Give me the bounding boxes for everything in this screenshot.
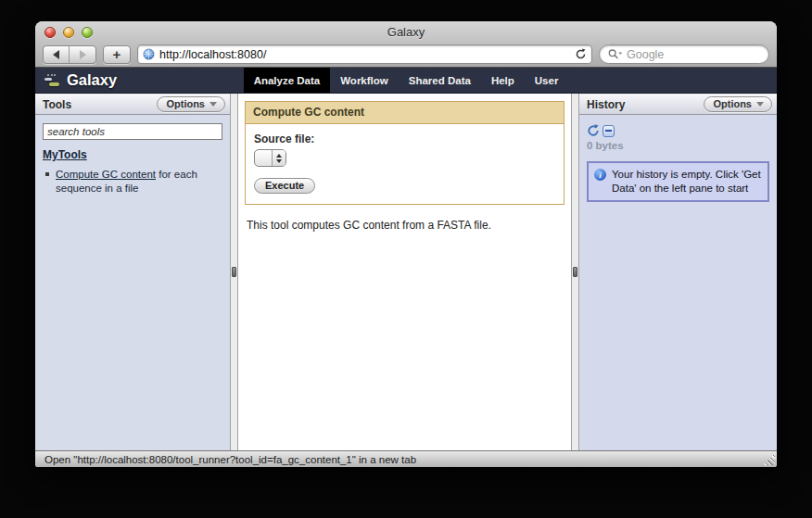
minimize-window-button[interactable] <box>63 27 74 38</box>
tool-item-text: Compute GC content for each sequence in … <box>56 168 215 196</box>
window-title: Galaxy <box>35 21 777 44</box>
tool-form-body: Source file: Execute <box>246 124 564 204</box>
google-search-field[interactable] <box>599 44 769 64</box>
source-file-label: Source file: <box>254 133 555 145</box>
resize-grip-icon[interactable] <box>763 453 775 465</box>
browser-window: Galaxy + <box>35 21 777 467</box>
bullet-icon <box>45 172 49 176</box>
tool-link-compute-gc-content[interactable]: Compute GC content <box>56 169 156 180</box>
right-panel-resize-handle[interactable] <box>571 94 579 450</box>
chevron-down-icon <box>756 102 764 107</box>
back-button[interactable] <box>44 46 70 63</box>
galaxy-brand-label: Galaxy <box>67 71 117 89</box>
tool-section-mytools[interactable]: MyTools <box>43 148 222 161</box>
close-window-button[interactable] <box>44 27 56 38</box>
tools-panel-title: Tools <box>43 98 71 111</box>
site-favicon-globe-icon <box>143 48 155 60</box>
window-titlebar[interactable]: Galaxy <box>35 21 777 44</box>
window-chrome: Galaxy + <box>35 21 777 68</box>
forward-button[interactable] <box>70 46 95 63</box>
drag-grip-icon <box>232 267 236 277</box>
zoom-window-button[interactable] <box>82 27 93 38</box>
nav-workflow[interactable]: Workflow <box>330 68 399 93</box>
left-panel-resize-handle[interactable] <box>230 94 238 450</box>
refresh-history-icon[interactable] <box>587 124 600 137</box>
google-search-input[interactable] <box>627 48 776 61</box>
back-forward-control <box>43 45 96 64</box>
nav-user[interactable]: User <box>525 68 569 93</box>
tool-help-text: This tool computes GC content from a FAS… <box>247 219 563 232</box>
new-tab-button[interactable]: + <box>103 45 131 64</box>
history-panel-body: 0 bytes i Your history is empty. Click '… <box>579 115 777 450</box>
tool-form: Compute GC content Source file: Execute <box>245 101 565 205</box>
nav-help[interactable]: Help <box>481 68 525 93</box>
nav-analyze-data[interactable]: Analyze Data <box>244 68 331 93</box>
source-file-select[interactable] <box>254 149 286 167</box>
info-icon: i <box>594 169 606 181</box>
tools-options-label: Options <box>166 98 205 109</box>
desktop-background: Galaxy + <box>0 0 812 518</box>
galaxy-masthead: Galaxy Analyze Data Workflow Shared Data… <box>35 68 777 94</box>
search-magnifier-icon[interactable] <box>607 48 623 60</box>
tool-search-input[interactable] <box>43 123 222 140</box>
address-bar[interactable] <box>137 44 592 64</box>
status-text: Open "http://localhost:8080/tool_runner?… <box>44 454 416 465</box>
drag-grip-icon <box>573 267 577 277</box>
back-arrow-icon <box>53 50 59 59</box>
tool-form-title: Compute GC content <box>246 102 564 124</box>
history-options-label: Options <box>713 98 752 109</box>
chevron-down-icon <box>209 102 217 107</box>
masthead-nav: Analyze Data Workflow Shared Data Help U… <box>244 68 569 93</box>
tools-panel-body: MyTools Compute GC content for each sequ… <box>35 115 230 450</box>
main-content: Tools Options MyTools Compute GC content… <box>35 94 777 450</box>
nav-shared-data[interactable]: Shared Data <box>399 68 481 93</box>
history-panel: History Options <box>579 94 777 450</box>
galaxy-logo-icon <box>44 73 61 87</box>
tool-list-item: Compute GC content for each sequence in … <box>43 168 222 196</box>
reload-icon[interactable] <box>575 48 587 60</box>
empty-history-message: Your history is empty. Click 'Get Data' … <box>612 168 762 196</box>
url-input[interactable] <box>159 48 570 61</box>
tools-panel-header: Tools Options <box>35 94 230 115</box>
history-size: 0 bytes <box>587 140 769 151</box>
select-stepper-icon <box>272 150 285 166</box>
status-bar: Open "http://localhost:8080/tool_runner?… <box>35 450 777 467</box>
galaxy-brand[interactable]: Galaxy <box>44 68 117 93</box>
history-options-button[interactable]: Options <box>704 96 772 112</box>
select-value <box>255 150 272 166</box>
collapse-datasets-icon[interactable] <box>603 125 615 137</box>
forward-arrow-icon <box>80 50 86 59</box>
traffic-lights <box>44 27 93 38</box>
empty-history-message-box: i Your history is empty. Click 'Get Data… <box>587 161 769 202</box>
execute-button[interactable]: Execute <box>254 178 315 194</box>
browser-toolbar: + <box>35 44 777 68</box>
tools-options-button[interactable]: Options <box>157 96 225 112</box>
history-action-icons <box>587 124 769 137</box>
history-panel-header: History Options <box>579 94 777 115</box>
history-panel-title: History <box>587 98 625 111</box>
tools-panel: Tools Options MyTools Compute GC content… <box>35 94 230 450</box>
center-panel: Compute GC content Source file: Execute … <box>238 94 571 450</box>
